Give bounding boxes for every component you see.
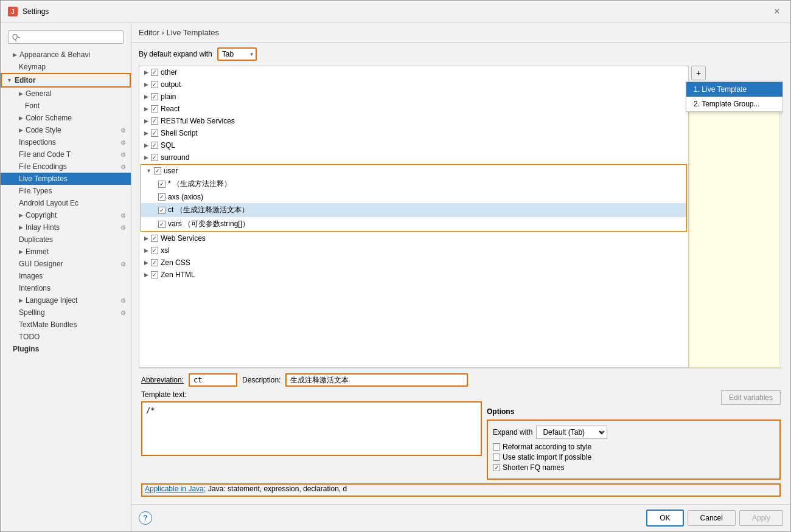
sidebar-item-livetemplates[interactable]: Live Templates bbox=[1, 173, 131, 185]
group-label: React bbox=[161, 105, 179, 113]
reformat-checkbox[interactable] bbox=[493, 443, 500, 451]
template-item-axs[interactable]: axs (axios) bbox=[141, 191, 686, 203]
sidebar-item-androidlayout[interactable]: Android Layout Ec bbox=[1, 197, 131, 209]
item-checkbox[interactable] bbox=[158, 193, 166, 201]
group-shell[interactable]: ▶ Shell Script bbox=[139, 127, 688, 139]
abbreviation-input[interactable] bbox=[189, 373, 237, 387]
sidebar-item-languageinject[interactable]: ▶ Language Inject ⚙ bbox=[1, 294, 131, 306]
sidebar-item-emmet[interactable]: ▶ Emmet bbox=[1, 246, 131, 258]
group-zenhtml[interactable]: ▶ Zen HTML bbox=[139, 269, 688, 281]
expand-default-dropdown[interactable]: Tab Enter Space bbox=[217, 47, 257, 61]
applicable-link[interactable]: Applicable in Java; bbox=[145, 485, 206, 493]
description-input[interactable] bbox=[285, 373, 468, 387]
template-text-input[interactable] bbox=[141, 401, 482, 456]
group-other[interactable]: ▶ other bbox=[139, 66, 688, 78]
sidebar-item-textmate[interactable]: TextMate Bundles bbox=[1, 319, 131, 331]
group-checkbox[interactable] bbox=[151, 93, 158, 100]
item-checkbox[interactable] bbox=[158, 221, 166, 228]
template-item-vars[interactable]: vars （可变参数string[]） bbox=[141, 217, 686, 231]
template-item-ct[interactable]: ct （生成注释激活文本） bbox=[141, 203, 686, 217]
group-xsl[interactable]: ▶ xsl bbox=[139, 244, 688, 257]
sidebar-item-spelling[interactable]: Spelling ⚙ bbox=[1, 306, 131, 319]
shorten-fq-checkbox[interactable] bbox=[493, 464, 500, 471]
sidebar-item-colorscheme[interactable]: ▶ Color Scheme bbox=[1, 112, 131, 124]
right-panel: Editor › Live Templates By default expan… bbox=[131, 23, 790, 531]
chevron-icon: ▶ bbox=[19, 212, 23, 218]
group-checkbox[interactable] bbox=[151, 117, 158, 125]
close-button[interactable]: × bbox=[771, 5, 783, 18]
sidebar-item-filetypes[interactable]: File Types bbox=[1, 185, 131, 197]
group-label: other bbox=[161, 68, 177, 77]
group-plain[interactable]: ▶ plain bbox=[139, 91, 688, 103]
sidebar-item-codestyle[interactable]: ▶ Code Style ⚙ bbox=[1, 124, 131, 136]
sidebar-item-appearance[interactable]: ▶ Appearance & Behavi bbox=[1, 49, 131, 61]
chevron-icon: ▶ bbox=[144, 130, 148, 136]
group-react[interactable]: ▶ React bbox=[139, 103, 688, 115]
user-group-container: ▼ user * （生成方法注释） axs (axi bbox=[141, 164, 687, 232]
group-webservices[interactable]: ▶ Web Services bbox=[139, 232, 688, 244]
group-user[interactable]: ▼ user bbox=[141, 165, 686, 177]
sidebar-item-inlayhints[interactable]: ▶ Inlay Hints ⚙ bbox=[1, 221, 131, 233]
main-content: ▶ Appearance & Behavi Keymap ▼ Editor ▶ … bbox=[1, 23, 790, 531]
group-zencss[interactable]: ▶ Zen CSS bbox=[139, 257, 688, 269]
group-checkbox[interactable] bbox=[154, 167, 161, 174]
sidebar-item-fileandcode[interactable]: File and Code T ⚙ bbox=[1, 148, 131, 161]
group-surround[interactable]: ▶ surround bbox=[139, 151, 688, 164]
group-output[interactable]: ▶ output bbox=[139, 78, 688, 91]
apply-button[interactable]: Apply bbox=[739, 510, 783, 526]
sidebar-item-label: Editor bbox=[15, 76, 36, 85]
group-checkbox[interactable] bbox=[151, 130, 158, 137]
template-item-star[interactable]: * （生成方法注释） bbox=[141, 177, 686, 191]
sidebar-item-inspections[interactable]: Inspections ⚙ bbox=[1, 136, 131, 148]
cancel-button[interactable]: Cancel bbox=[688, 510, 736, 526]
expand-with-dropdown[interactable]: Default (Tab) Tab Enter Space bbox=[536, 426, 607, 439]
group-checkbox[interactable] bbox=[151, 271, 158, 278]
sidebar-item-label: Live Templates bbox=[19, 174, 68, 183]
template-text-label: Template text: bbox=[141, 390, 482, 399]
sidebar-item-todo[interactable]: TODO bbox=[1, 331, 131, 343]
sidebar-item-duplicates[interactable]: Duplicates bbox=[1, 233, 131, 246]
group-checkbox[interactable] bbox=[151, 105, 158, 112]
edit-variables-button[interactable]: Edit variables bbox=[721, 390, 781, 405]
group-checkbox[interactable] bbox=[151, 259, 158, 266]
sidebar-item-keymap[interactable]: Keymap bbox=[1, 61, 131, 73]
sidebar-item-copyright[interactable]: ▶ Copyright ⚙ bbox=[1, 209, 131, 221]
group-checkbox[interactable] bbox=[151, 81, 158, 88]
search-input[interactable] bbox=[8, 30, 124, 44]
sidebar-item-label: Images bbox=[19, 272, 43, 280]
static-import-checkbox[interactable] bbox=[493, 454, 500, 461]
ok-button[interactable]: OK bbox=[646, 510, 683, 527]
group-checkbox[interactable] bbox=[151, 69, 158, 76]
group-checkbox[interactable] bbox=[151, 142, 158, 149]
sidebar-item-general[interactable]: ▶ General bbox=[1, 88, 131, 100]
settings-icon: ⚙ bbox=[120, 139, 126, 146]
sidebar-item-guidesigner[interactable]: GUI Designer ⚙ bbox=[1, 258, 131, 270]
menu-item-template-group[interactable]: 2. Template Group... bbox=[686, 97, 782, 111]
sidebar-item-plugins[interactable]: Plugins bbox=[1, 343, 131, 355]
chevron-icon: ▶ bbox=[13, 52, 17, 58]
add-button[interactable]: + bbox=[691, 66, 706, 80]
sidebar-item-images[interactable]: Images bbox=[1, 270, 131, 282]
abbreviation-row: Abbreviation: Description: bbox=[139, 373, 783, 390]
sidebar-item-intentions[interactable]: Intentions bbox=[1, 282, 131, 294]
sidebar-item-label: Font bbox=[25, 102, 40, 110]
template-edit-row: Template text: Edit variables Options Ex… bbox=[139, 390, 783, 483]
help-button[interactable]: ? bbox=[139, 511, 152, 525]
sidebar-item-editor[interactable]: ▼ Editor bbox=[1, 73, 131, 88]
group-restful[interactable]: ▶ RESTful Web Services bbox=[139, 115, 688, 127]
sidebar-item-font[interactable]: Font bbox=[1, 100, 131, 112]
menu-item-live-template[interactable]: 1. Live Template bbox=[686, 82, 782, 97]
sidebar-item-fileencodings[interactable]: File Encodings ⚙ bbox=[1, 161, 131, 173]
chevron-icon: ▶ bbox=[19, 224, 23, 230]
sidebar-item-label: Inspections bbox=[19, 138, 56, 147]
group-sql[interactable]: ▶ SQL bbox=[139, 139, 688, 151]
group-checkbox[interactable] bbox=[151, 235, 158, 242]
title-bar: J Settings × bbox=[1, 1, 790, 23]
group-checkbox[interactable] bbox=[151, 154, 158, 161]
item-checkbox[interactable] bbox=[158, 181, 166, 188]
item-checkbox[interactable] bbox=[158, 207, 166, 214]
group-label: Web Services bbox=[161, 234, 206, 243]
sidebar-item-label: Duplicates bbox=[19, 235, 53, 244]
group-label: plain bbox=[161, 92, 176, 101]
group-checkbox[interactable] bbox=[151, 247, 158, 254]
